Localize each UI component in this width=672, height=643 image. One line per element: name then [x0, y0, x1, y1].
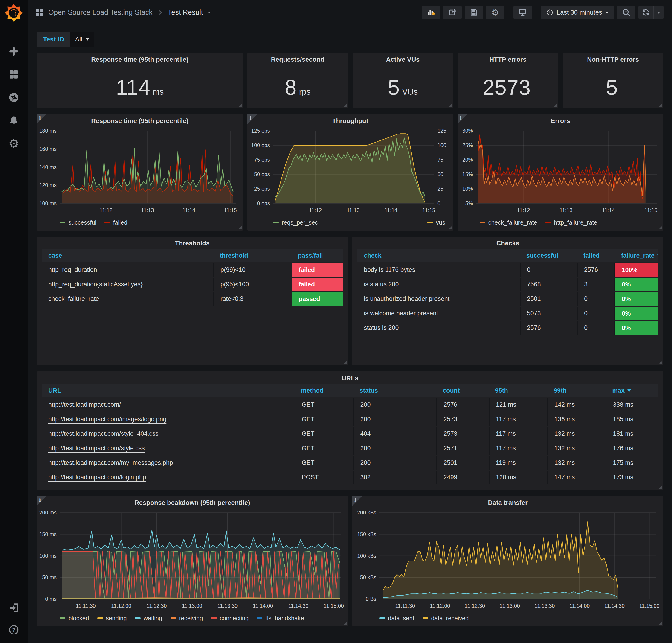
chart-svg[interactable]: 0 ops25 ops50 ops75 ops100 ops125 ops025…	[247, 127, 453, 215]
legend-item[interactable]: failed	[104, 219, 127, 226]
panel-title[interactable]: Response beakdown (95th percentile)	[37, 496, 348, 509]
table-column-header[interactable]: 95th	[489, 384, 547, 397]
table-column-header[interactable]: check	[357, 250, 520, 262]
resize-handle[interactable]	[343, 361, 347, 364]
chart-svg[interactable]: 0 Bs50 kBs100 kBs150 kBs200 kBs11:11:301…	[352, 509, 663, 611]
sign-in-icon[interactable]	[8, 602, 20, 614]
time-range-picker[interactable]: Last 30 minutes	[541, 5, 614, 19]
url-link[interactable]: http://test.loadimpact.com/	[48, 401, 121, 408]
table-column-header[interactable]: pass/fail	[291, 250, 343, 262]
alerting-bell-icon[interactable]	[8, 114, 20, 127]
legend-item[interactable]: blocked	[60, 615, 89, 622]
help-icon[interactable]: ?	[8, 624, 20, 636]
table-cell: 121 ms	[489, 398, 547, 412]
table-column-header[interactable]: successful	[520, 250, 577, 262]
panel-title[interactable]: Thresholds	[37, 236, 348, 250]
data-transfer-chart-canvas[interactable]: 0 Bs50 kBs100 kBs150 kBs200 kBs11:11:301…	[352, 509, 663, 611]
save-button[interactable]	[465, 5, 483, 19]
table-column-header[interactable]: 99th	[547, 384, 606, 397]
legend-item[interactable]: check_failure_rate	[480, 219, 537, 226]
legend-item[interactable]: vus	[427, 219, 445, 226]
legend-item[interactable]: receiving	[171, 615, 203, 622]
url-link[interactable]: http://test.loadimpact.com/login.php	[48, 474, 146, 481]
chart-svg[interactable]: 0 ms50 ms100 ms150 ms200 ms11:11:3011:12…	[37, 509, 348, 611]
panel-title[interactable]: Data transfer	[352, 496, 663, 509]
panel-title[interactable]: Throughput	[247, 114, 453, 128]
configuration-gear-icon[interactable]: ⚙	[8, 137, 20, 150]
resize-handle[interactable]	[659, 485, 662, 489]
table-column-header[interactable]: URL	[42, 384, 295, 397]
dashboards-icon[interactable]	[8, 68, 20, 81]
resize-handle[interactable]	[553, 104, 557, 107]
table-column-header[interactable]: failed	[577, 250, 614, 262]
info-corner-icon[interactable]: i	[247, 114, 257, 124]
zoom-out-button[interactable]	[617, 5, 635, 19]
legend-item[interactable]: tls_handshake	[257, 615, 304, 622]
legend-item[interactable]: connecting	[211, 615, 249, 622]
stat-title[interactable]: Active VUs	[352, 53, 453, 66]
url-link[interactable]: http://test.loadimpact.com/style.css	[48, 445, 145, 452]
resize-handle[interactable]	[659, 361, 662, 364]
grafana-logo[interactable]	[4, 3, 24, 23]
add-panel-button[interactable]	[422, 5, 440, 19]
stat-title[interactable]: Requests/second	[247, 53, 348, 66]
legend-item[interactable]: successful	[60, 219, 96, 226]
cycle-view-button[interactable]	[513, 5, 532, 19]
legend-item[interactable]: http_failure_rate	[545, 219, 597, 226]
legend-item[interactable]: sending	[97, 615, 127, 622]
add-icon[interactable]	[8, 45, 20, 58]
legend-item[interactable]: waiting	[135, 615, 162, 622]
info-corner-icon[interactable]: i	[37, 496, 47, 506]
response-breakdown-chart-canvas[interactable]: 0 ms50 ms100 ms150 ms200 ms11:11:3011:12…	[37, 509, 348, 611]
url-link[interactable]: http://test.loadimpact.com/style_404.css	[48, 430, 159, 437]
panel-title[interactable]: Checks	[352, 236, 663, 250]
resize-handle[interactable]	[449, 104, 452, 107]
settings-gear-button[interactable]: ⚙	[486, 5, 505, 19]
resize-handle[interactable]	[659, 104, 662, 107]
refresh-icon[interactable]	[638, 5, 653, 19]
legend-item[interactable]: reqs_per_sec	[273, 219, 318, 226]
errors-chart-canvas[interactable]: 5%10%15%20%25%30%11:1211:1311:1411:15	[458, 127, 663, 215]
table-column-header[interactable]: status	[353, 384, 436, 397]
breadcrumb-page-title[interactable]: Test Result	[168, 8, 203, 16]
panel-response-breakdown-chart: i Response beakdown (95th percentile) 0 …	[37, 496, 348, 626]
legend-item[interactable]: data_received	[423, 615, 469, 622]
chart-svg[interactable]: 5%10%15%20%25%30%11:1211:1311:1411:15	[458, 127, 663, 215]
panel-title[interactable]: Response time (95th percentile)	[37, 114, 243, 128]
explore-compass-icon[interactable]	[8, 91, 20, 104]
resize-handle[interactable]	[343, 622, 347, 625]
url-link[interactable]: http://test.loadimpact.com/images/logo.p…	[48, 416, 166, 423]
table-column-header[interactable]: method	[295, 384, 353, 397]
legend-item[interactable]: data_sent	[379, 615, 414, 622]
share-button[interactable]	[443, 5, 462, 19]
chart-svg[interactable]: 100 ms120 ms140 ms160 ms180 ms11:1211:13…	[37, 127, 243, 215]
table-column-header[interactable]: case	[42, 250, 213, 262]
stat-title[interactable]: HTTP errors	[458, 53, 558, 66]
resize-handle[interactable]	[344, 104, 347, 107]
resize-handle[interactable]	[659, 622, 662, 625]
breadcrumb-folder[interactable]: Open Source Load Testing Stack	[48, 8, 152, 16]
refresh-interval-dropdown[interactable]	[653, 5, 664, 19]
resize-handle[interactable]	[449, 226, 452, 229]
table-column-header[interactable]: failure_rate	[614, 250, 658, 262]
info-corner-icon[interactable]: i	[37, 114, 47, 124]
info-corner-icon[interactable]: i	[458, 114, 468, 124]
info-corner-icon[interactable]: i	[352, 496, 362, 506]
url-link[interactable]: http://test.loadimpact.com/my_messages.p…	[48, 459, 173, 466]
stat-title[interactable]: Non-HTTP errors	[563, 53, 663, 66]
resize-handle[interactable]	[238, 104, 242, 107]
response-time-chart-canvas[interactable]: 100 ms120 ms140 ms160 ms180 ms11:1211:13…	[37, 127, 243, 215]
throughput-chart-canvas[interactable]: 0 ops25 ops50 ops75 ops100 ops125 ops025…	[247, 127, 453, 215]
table-column-header[interactable]: threshold	[213, 250, 291, 262]
variable-value-dropdown[interactable]: All	[70, 32, 94, 47]
svg-text:11:12:00: 11:12:00	[111, 603, 132, 609]
panel-title[interactable]: Errors	[458, 114, 663, 128]
panel-title[interactable]: URLs	[37, 372, 663, 385]
resize-handle[interactable]	[238, 226, 242, 229]
resize-handle[interactable]	[659, 226, 662, 229]
svg-text:20%: 20%	[462, 157, 473, 163]
stat-title[interactable]: Response time (95th percentile)	[37, 53, 243, 66]
table-column-header[interactable]: count	[436, 384, 489, 397]
dashboard-caret-icon[interactable]	[208, 12, 211, 14]
table-column-header[interactable]: max	[606, 384, 658, 397]
